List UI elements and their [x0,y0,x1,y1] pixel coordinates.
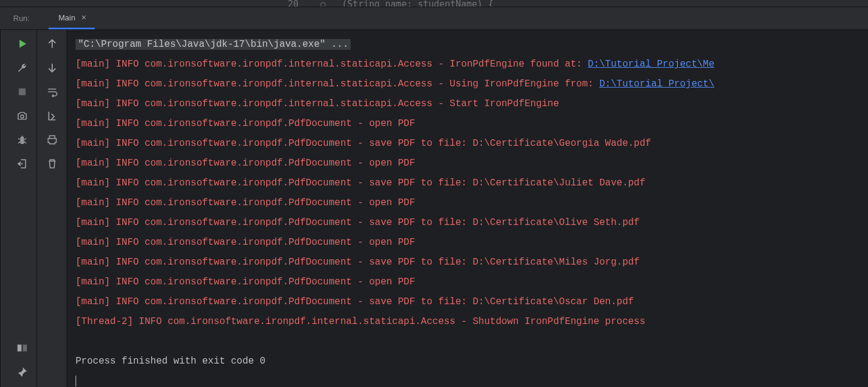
log-line: [main] INFO com.ironsoftware.ironpdf.int… [76,98,559,109]
log-line: [main] INFO com.ironsoftware.ironpdf.Pdf… [76,138,651,149]
log-line: [main] INFO com.ironsoftware.ironpdf.Pdf… [76,257,640,268]
stop-icon[interactable] [16,85,29,98]
log-line: [Thread-2] INFO com.ironsoftware.ironpdf… [76,316,646,327]
console-actions-toolbar [37,30,67,387]
arrow-down-icon[interactable] [46,61,59,74]
console-output[interactable]: "C:\Program Files\Java\jdk-17\bin\java.e… [67,30,868,387]
bug-icon[interactable] [16,133,29,146]
tab-label: Main [58,13,75,22]
left-stripe[interactable] [0,30,7,387]
svg-rect-7 [23,344,27,351]
log-line: [main] INFO com.ironsoftware.ironpdf.Pdf… [76,296,634,307]
run-icon[interactable] [16,37,29,50]
log-line: [main] INFO com.ironsoftware.ironpdf.Pdf… [76,178,646,188]
log-line: [main] INFO com.ironsoftware.ironpdf.Pdf… [76,237,415,248]
path-link[interactable]: D:\Tutorial Project\ [599,79,715,89]
log-line: [main] INFO com.ironsoftware.ironpdf.Pdf… [76,277,415,287]
print-icon[interactable] [46,133,59,146]
trash-icon[interactable] [46,157,59,170]
exit-code-line: Process finished with exit code 0 [76,352,868,371]
softwrap-icon[interactable] [46,85,59,98]
tab-main[interactable]: Main × [49,7,94,29]
log-line: [main] INFO com.ironsoftware.ironpdf.int… [76,79,599,89]
log-line: [main] INFO com.ironsoftware.ironpdf.int… [76,59,588,70]
svg-rect-2 [19,88,25,95]
close-icon[interactable]: × [82,13,86,22]
log-line: [main] INFO com.ironsoftware.ironpdf.Pdf… [76,217,640,228]
run-actions-toolbar [7,30,37,387]
arrow-up-icon[interactable] [46,37,59,50]
exit-icon[interactable] [16,157,29,170]
run-label: Run: [13,14,29,23]
svg-point-5 [20,140,24,144]
command-line: "C:\Program Files\Java\jdk-17\bin\java.e… [76,39,351,50]
editor-preview: 20 ○ (String name: studentName) { [0,0,868,7]
log-line: [main] INFO com.ironsoftware.ironpdf.Pdf… [76,158,415,169]
scroll-end-icon[interactable] [46,109,59,122]
wrench-icon[interactable] [16,61,29,74]
pin-icon[interactable] [16,365,29,379]
path-link[interactable]: D:\Tutorial Project\Me [588,59,715,70]
log-line: [main] INFO com.ironsoftware.ironpdf.Pdf… [76,118,415,129]
layout-icon[interactable] [16,341,29,355]
input-caret [76,376,76,386]
svg-point-3 [20,115,23,118]
run-toolwindow-header: Run: Main × [0,7,868,30]
svg-rect-6 [17,344,22,351]
camera-icon[interactable] [16,109,29,122]
log-line: [main] INFO com.ironsoftware.ironpdf.Pdf… [76,197,415,208]
